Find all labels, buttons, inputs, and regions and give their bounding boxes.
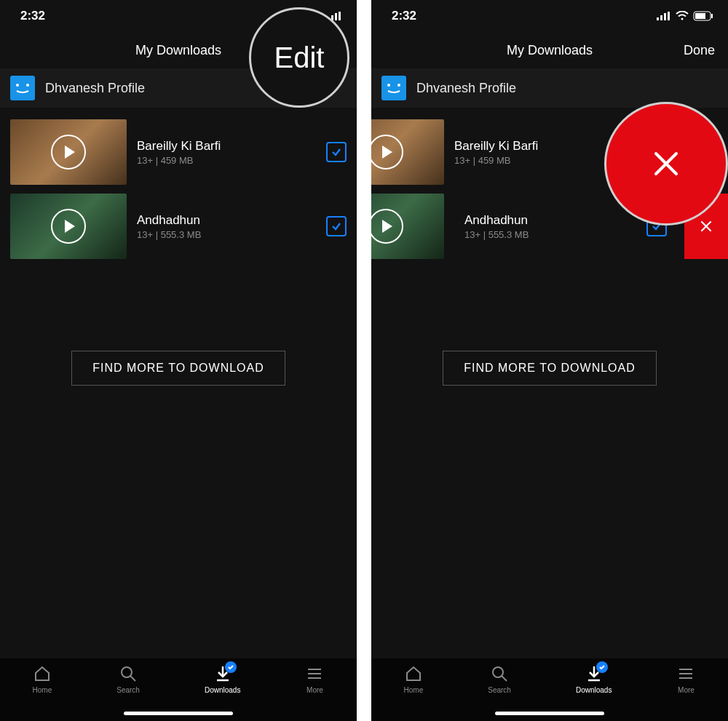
download-sub: 13+ | 555.3 MB xyxy=(137,229,316,240)
select-checkbox[interactable] xyxy=(326,216,347,236)
tab-home[interactable]: Home xyxy=(33,664,52,694)
tab-search[interactable]: Search xyxy=(488,664,511,694)
download-row[interactable]: Andhadhun 13+ | 555.3 MB xyxy=(0,189,357,263)
search-icon xyxy=(490,664,509,683)
thumbnail[interactable] xyxy=(371,119,444,185)
signal-icon xyxy=(657,12,671,20)
profile-avatar xyxy=(381,76,406,100)
svg-line-28 xyxy=(502,676,507,681)
tab-label: Search xyxy=(116,686,140,694)
find-more-wrap: FIND MORE TO DOWNLOAD xyxy=(0,263,357,386)
svg-rect-22 xyxy=(711,14,713,18)
play-icon[interactable] xyxy=(371,135,403,170)
home-indicator[interactable] xyxy=(495,712,604,715)
badge-check-icon xyxy=(596,661,608,673)
play-icon[interactable] xyxy=(51,209,86,244)
wifi-icon xyxy=(676,11,689,21)
home-icon xyxy=(404,664,423,683)
svg-point-24 xyxy=(397,84,400,87)
done-button[interactable]: Done xyxy=(684,43,715,58)
tab-label: Downloads xyxy=(576,686,612,694)
thumbnail[interactable] xyxy=(10,119,127,185)
download-row[interactable]: Bareilly Ki Barfi 13+ | 459 MB xyxy=(0,115,357,189)
tab-search[interactable]: Search xyxy=(116,664,140,694)
download-title: Andhadhun xyxy=(464,213,636,228)
find-more-button[interactable]: FIND MORE TO DOWNLOAD xyxy=(71,351,285,386)
tab-label: Downloads xyxy=(205,686,240,694)
profile-name: Dhvanesh Profile xyxy=(45,81,145,96)
svg-point-19 xyxy=(681,18,684,20)
svg-rect-15 xyxy=(657,17,659,20)
phone-screen-1: Edit 2:32 My Downloads Edit Dhvanesh Pro… xyxy=(0,0,357,721)
tab-label: More xyxy=(306,686,323,694)
tab-label: Search xyxy=(488,686,511,694)
status-icons xyxy=(657,11,713,21)
thumbnail[interactable] xyxy=(10,194,127,259)
home-indicator[interactable] xyxy=(124,712,233,715)
tab-more[interactable]: More xyxy=(305,664,324,694)
download-meta: Andhadhun 13+ | 555.3 MB xyxy=(454,213,636,240)
callout-edit-label: Edit xyxy=(274,41,325,74)
close-icon xyxy=(699,219,713,234)
tab-label: Home xyxy=(33,686,52,694)
header: My Downloads Done xyxy=(371,32,728,68)
download-meta: Andhadhun 13+ | 555.3 MB xyxy=(137,213,316,240)
svg-line-7 xyxy=(130,676,135,681)
svg-point-6 xyxy=(122,667,132,677)
svg-rect-21 xyxy=(695,13,705,19)
svg-rect-16 xyxy=(660,15,662,20)
download-title: Bareilly Ki Barfi xyxy=(137,139,316,154)
page-title: My Downloads xyxy=(135,43,221,58)
home-icon xyxy=(33,664,52,683)
profile-name: Dhvanesh Profile xyxy=(416,81,516,96)
phone-screen-2: 2:32 My Downloads Done Dhvanesh Profile xyxy=(371,0,728,721)
menu-icon xyxy=(676,664,695,683)
tab-downloads[interactable]: Downloads xyxy=(576,664,612,694)
find-more-wrap: FIND MORE TO DOWNLOAD xyxy=(371,263,728,386)
profile-avatar xyxy=(10,76,35,100)
download-title: Andhadhun xyxy=(137,213,316,228)
page-title: My Downloads xyxy=(507,43,593,58)
svg-rect-2 xyxy=(335,13,337,20)
svg-rect-18 xyxy=(668,12,670,20)
tab-more[interactable]: More xyxy=(676,664,695,694)
play-icon[interactable] xyxy=(371,209,403,244)
status-time: 2:32 xyxy=(392,9,416,23)
tab-label: Home xyxy=(404,686,424,694)
download-meta: Bareilly Ki Barfi 13+ | 459 MB xyxy=(137,139,316,166)
download-icon xyxy=(213,664,232,683)
download-icon xyxy=(585,664,604,683)
badge-check-icon xyxy=(225,661,237,673)
callout-delete xyxy=(604,102,728,226)
select-checkbox[interactable] xyxy=(326,142,347,162)
thumbnail[interactable] xyxy=(371,194,444,259)
tab-label: More xyxy=(678,686,695,694)
svg-point-5 xyxy=(26,84,29,87)
status-time: 2:32 xyxy=(20,9,45,23)
svg-rect-17 xyxy=(664,13,666,20)
battery-icon xyxy=(693,11,713,21)
svg-point-27 xyxy=(493,667,503,677)
find-more-button[interactable]: FIND MORE TO DOWNLOAD xyxy=(443,351,657,386)
play-icon[interactable] xyxy=(51,135,86,170)
svg-rect-3 xyxy=(339,12,341,20)
menu-icon xyxy=(305,664,324,683)
download-sub: 13+ | 459 MB xyxy=(137,155,316,166)
svg-point-4 xyxy=(16,84,19,87)
close-icon xyxy=(649,146,684,181)
downloads-list: Bareilly Ki Barfi 13+ | 459 MB Andhadhun… xyxy=(0,108,357,263)
callout-edit: Edit xyxy=(249,7,349,108)
tab-downloads[interactable]: Downloads xyxy=(205,664,240,694)
download-sub: 13+ | 555.3 MB xyxy=(464,229,636,240)
tab-home[interactable]: Home xyxy=(404,664,424,694)
svg-point-23 xyxy=(387,84,390,87)
search-icon xyxy=(119,664,138,683)
status-bar: 2:32 xyxy=(371,0,728,32)
